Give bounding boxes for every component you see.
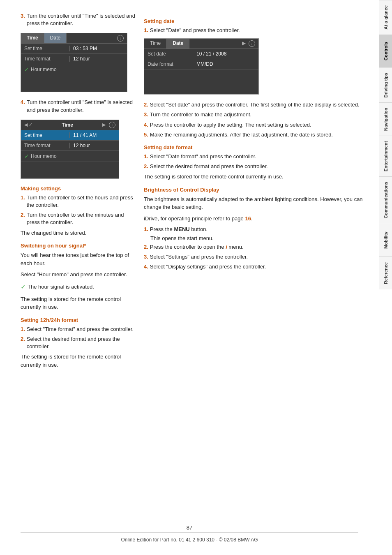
switching-hour-para3: The hour signal is activated. — [28, 283, 94, 291]
panel-3-tab-date[interactable]: Date — [167, 39, 189, 49]
step-4-number: 4. — [21, 99, 25, 106]
switching-hour-para4: The setting is stored for the remote con… — [21, 295, 136, 311]
date-format-step-2-text: Select the desired format and press the … — [150, 163, 268, 170]
brightness-step-1-sub: This opens the start menu. — [150, 235, 371, 242]
setting-format-step-2: 2. Select the desired format and press t… — [21, 335, 136, 350]
step-3-text: Turn the controller until "Time" is sele… — [27, 12, 136, 27]
date-format-step-1-num: 1. — [144, 153, 148, 160]
setting-format-heading: Setting 12h/24h format — [21, 317, 136, 323]
panel-1-label-settime: Set time — [24, 46, 69, 51]
sidebar-tab-communications[interactable]: Communications — [379, 176, 392, 223]
panel-1-value-settime: 03 : 53 PM — [69, 46, 124, 51]
switching-hour-heading: Switching on hour signal* — [21, 243, 136, 249]
right-column: Setting date 1. Select "Date" and press … — [144, 12, 371, 543]
panel-1-tab-date[interactable]: Date — [44, 33, 67, 43]
brightness-page-link: 16 — [245, 215, 251, 222]
panel-1-circle-icon: ↓ — [117, 35, 124, 42]
sidebar: At a glance Controls Driving tips Naviga… — [379, 0, 392, 555]
step-5-num-right: 5. — [144, 131, 148, 139]
panel-1: Time Date ↓ Set time 03 : 53 PM Time for… — [21, 33, 127, 92]
step-5-text-right: Make the remaining adjustments. After th… — [150, 131, 333, 139]
brightness-step-4: 4. Select "Display settings" and press t… — [144, 263, 371, 271]
panel-1-header: Time Date ↓ — [21, 33, 127, 44]
switching-hour-para1: You will hear three tones just before th… — [21, 251, 136, 267]
sidebar-tab-mobility[interactable]: Mobility — [379, 224, 392, 257]
brightness-step-2-text: Press the controller to open the i menu. — [150, 243, 244, 251]
panel-2-label-settime: Set time — [24, 132, 69, 138]
step-3-text-right: Turn the controller to make the adjustme… — [150, 111, 251, 118]
checkmark-2-icon: ✓ — [24, 153, 29, 160]
page-footer-text: Online Edition for Part no. 01 41 2 600 … — [21, 532, 358, 547]
menu-bold-text: MENU — [174, 226, 189, 232]
checkmark-icon: ✓ — [24, 66, 29, 73]
sidebar-tab-controls[interactable]: Controls — [379, 35, 392, 67]
switching-hour-para3-row: ✓ The hour signal is activated. — [21, 282, 136, 292]
brightness-step-1-num: 1. — [144, 226, 148, 233]
sidebar-tab-driving-tips[interactable]: Driving tips — [379, 67, 392, 103]
back-arrow-icon: ◀ ✓ — [24, 122, 32, 127]
panel-2-checkbox-hourmemo: ✓ Hour memo — [24, 153, 57, 160]
panel-3-row-setdate: Set date 10 / 21 / 2008 — [144, 49, 258, 59]
brightness-step-4-num: 4. — [144, 263, 148, 271]
panel-2-value-timeformat: 12 hour — [69, 143, 115, 148]
panel-2-title: Time — [35, 122, 100, 128]
brightness-step-3-text: Select "Settings" and press the controll… — [150, 253, 248, 261]
panel-3-tab-time[interactable]: Time — [144, 39, 167, 49]
brightness-step-1-text: Press the MENU button. — [150, 226, 208, 233]
panel-1-value-timeformat: 12 hour — [69, 56, 124, 62]
panel-1-row-timeformat: Time format 12 hour — [21, 54, 127, 64]
setting-format-step-2-text: Select the desired format and press the … — [27, 335, 136, 350]
sidebar-tab-navigation[interactable]: Navigation — [379, 102, 392, 136]
brightness-para1: The brightness is automatically adapted … — [144, 195, 371, 211]
panel-3-right-icons: ▶ ↓ — [239, 39, 258, 49]
step-4-block: 4. Turn the controller until "Set time" … — [21, 99, 136, 113]
panel-2-row-timeformat: Time format 12 hour — [21, 141, 119, 151]
panel-1-checkbox-hourmemo: ✓ Hour memo — [24, 66, 57, 73]
panel-1-tab-time[interactable]: Time — [21, 33, 44, 43]
step-2-text: Select "Set date" and press the controll… — [150, 101, 360, 109]
step-3-number: 3. — [21, 12, 25, 20]
step-2-num: 2. — [144, 101, 148, 109]
date-format-step-1: 1. Select "Date format" and press the co… — [144, 153, 371, 160]
brightness-step-1: 1. Press the MENU button. — [144, 226, 371, 233]
brightness-step-4-text: Select "Display settings" and press the … — [150, 263, 266, 271]
checkmark-3-icon: ✓ — [21, 282, 26, 292]
setting-date-step-1-text: Select "Date" and press the controller. — [150, 27, 240, 34]
date-format-step-1-text: Select "Date format" and press the contr… — [150, 153, 256, 160]
panel-3-value-dateformat: MM/DD — [193, 61, 255, 67]
brightness-step-3: 3. Select "Settings" and press the contr… — [144, 253, 371, 261]
setting-date-step-1-num: 1. — [144, 27, 148, 34]
panel-2-empty-space — [21, 162, 119, 178]
panel-2: ◀ ✓ Time ▶ ↓ Set time 11 / 41 AM Time fo… — [21, 120, 119, 179]
play-icon: ▶ — [242, 40, 246, 46]
making-step-1-text: Turn the controller to set the hours and… — [27, 194, 136, 209]
date-format-step-2: 2. Select the desired format and press t… — [144, 163, 371, 170]
forward-arrow-icon: ▶ — [102, 122, 106, 127]
brightness-step-2: 2. Press the controller to open the i me… — [144, 243, 371, 251]
making-step-2-text: Turn the controller to set the minutes a… — [27, 211, 136, 226]
step-4-text-right: Press the controller to apply the settin… — [150, 121, 311, 129]
setting-date-heading: Setting date — [144, 18, 371, 24]
making-settings-heading: Making settings — [21, 185, 136, 192]
date-format-note: The setting is stored for the remote con… — [144, 173, 371, 181]
setting-format-step-1: 1. Select "Time format" and press the co… — [21, 326, 136, 333]
panel-3-header: Time Date ▶ ↓ — [144, 39, 258, 49]
setting-date-steps: 2. Select "Set date" and press the contr… — [144, 101, 371, 139]
setting-date-format-heading: Setting date format — [144, 144, 371, 150]
brightness-step-2-num: 2. — [144, 243, 148, 251]
brightness-step-3-num: 3. — [144, 253, 148, 261]
sidebar-tab-reference[interactable]: Reference — [379, 257, 392, 289]
sidebar-tab-entertainment[interactable]: Entertainment — [379, 136, 392, 176]
panel-2-label-timeformat: Time format — [24, 143, 69, 148]
page-footer-area: 87 Online Edition for Part no. 01 41 2 6… — [0, 525, 379, 547]
step-3-num-right: 3. — [144, 111, 148, 118]
sidebar-tab-at-a-glance[interactable]: At a glance — [379, 0, 392, 35]
page-number: 87 — [0, 525, 379, 531]
panel-3-empty-space — [144, 69, 258, 94]
setting-date-step-3: 3. Turn the controller to make the adjus… — [144, 111, 371, 118]
step-3-block: 3. Turn the controller until "Time" is s… — [21, 12, 136, 27]
switching-hour-para2: Select "Hour memo" and press the control… — [21, 271, 136, 279]
panel-1-right-icon: ↓ — [114, 33, 127, 43]
date-format-step-2-num: 2. — [144, 163, 148, 170]
making-settings-step-2: 2. Turn the controller to set the minute… — [21, 211, 136, 226]
